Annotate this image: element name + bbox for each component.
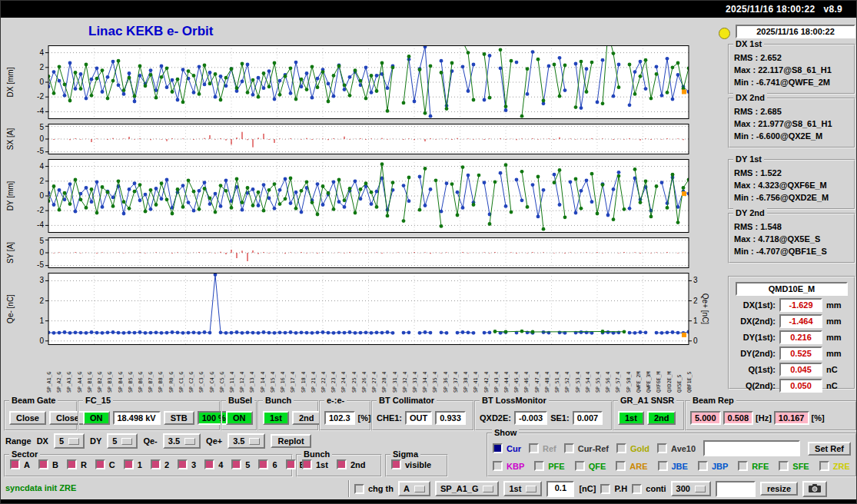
bt-lossmonitor-group: BT LossMonitor QXD2E: -0.003 SE1: 0.007 xyxy=(474,400,613,431)
range-dx-select[interactable]: 5 xyxy=(54,433,85,449)
range-qep-select[interactable]: 3.5 xyxy=(228,433,265,449)
svg-text:DX [mm]: DX [mm] xyxy=(6,67,15,97)
show-jbe-checkbox[interactable]: JBE xyxy=(658,461,688,471)
show-jbp-checkbox[interactable]: JBP xyxy=(698,461,728,471)
bpm-label: SP_44_4 xyxy=(503,372,510,393)
ph-checkbox[interactable]: P.H xyxy=(600,484,627,494)
sigma-visible-checkbox[interactable]: visible xyxy=(391,459,431,469)
bpm-select[interactable]: SP_A1_G xyxy=(435,481,500,496)
svg-text:5: 5 xyxy=(39,124,44,131)
screenshot-button[interactable] xyxy=(802,481,827,497)
beam-rep-hz-unit: [Hz] xyxy=(756,413,772,423)
range-qem-select[interactable]: 3.5 xyxy=(163,433,201,449)
interval-select-value: 300 xyxy=(676,484,690,493)
group-title: BT Collimator xyxy=(377,396,437,405)
toolbar-separator xyxy=(348,480,350,497)
sector-checkbox-6[interactable]: 6 xyxy=(258,459,277,469)
bpm-label: SP_26_4 xyxy=(361,372,367,393)
group-title: Sector xyxy=(9,449,40,459)
page-title: Linac KEKB e- Orbit xyxy=(88,24,213,39)
show-rfe-checkbox[interactable]: RFE xyxy=(738,461,769,471)
sector-checkbox-2[interactable]: 2 xyxy=(151,459,169,469)
show-pfe-checkbox[interactable]: PFE xyxy=(534,461,564,471)
dy-2nd-stats-group: DY 2nd RMS : 1.548 Max : 4.718@QX5E_S Mi… xyxy=(728,213,855,264)
sector-checkbox-1[interactable]: 1 xyxy=(124,459,142,469)
qmd-row: Q(2nd): 0.050 nC xyxy=(732,379,851,393)
group-title: Bunch xyxy=(301,449,332,459)
sector-checkbox-4[interactable]: 4 xyxy=(204,459,223,469)
sector-checkbox-5[interactable]: 5 xyxy=(231,459,250,469)
bunch-select[interactable]: 1st xyxy=(503,481,542,496)
checkbox-label: 2nd xyxy=(350,460,366,469)
beam-rep-value-2: 0.508 xyxy=(723,411,754,425)
show-ave10-checkbox[interactable]: Ave10 xyxy=(657,443,696,453)
dy1-min: Min : -6.756@QXD2E_M xyxy=(734,191,854,204)
sector-checkbox-c[interactable]: C xyxy=(95,459,115,469)
qmd-unit: mm xyxy=(826,333,842,342)
snsr-2nd-button[interactable]: 2nd xyxy=(647,411,676,425)
checkbox-label: PFE xyxy=(548,462,564,471)
bpm-label: SP_52_4 xyxy=(564,372,570,393)
sector-select-value: A xyxy=(404,484,410,493)
bpm-label: SP_28_4 xyxy=(381,372,387,393)
replot-button[interactable]: Replot xyxy=(271,434,311,448)
show-gold-checkbox[interactable]: Gold xyxy=(616,443,649,453)
set-ref-button[interactable]: Set Ref xyxy=(808,442,851,456)
show-kbp-checkbox[interactable]: KBP xyxy=(493,461,524,471)
fc15-on-button[interactable]: ON xyxy=(83,411,110,425)
bunch-2nd-button[interactable]: 2nd xyxy=(292,411,321,425)
group-title: DX 1st xyxy=(733,39,764,48)
sector-checkbox-a[interactable]: A xyxy=(10,459,30,469)
dy2-min: Min : -4.707@QBF1E_S xyxy=(734,245,854,257)
dx2-rms: RMS : 2.685 xyxy=(734,105,854,118)
svg-text:0: 0 xyxy=(693,337,698,345)
bpm-label: SP_24_4 xyxy=(340,372,347,393)
optionmenu-indicator-icon xyxy=(526,486,536,492)
show-cur-ref-checkbox[interactable]: Cur-Ref xyxy=(564,443,609,453)
show-zre-checkbox[interactable]: ZRE xyxy=(819,461,850,471)
interval-select[interactable]: 300 xyxy=(671,481,711,496)
qmd-label: DY(2nd): xyxy=(732,349,776,358)
optionmenu-indicator-icon xyxy=(414,486,425,492)
bunch-2nd-checkbox[interactable]: 2nd xyxy=(337,459,366,469)
checkbox-indicator xyxy=(616,461,626,471)
fc15-stb-button[interactable]: STB xyxy=(164,411,194,425)
svg-text:SY [A]: SY [A] xyxy=(6,242,15,264)
bunch-1st-button[interactable]: 1st xyxy=(263,411,289,425)
busel-on-button[interactable]: ON xyxy=(226,411,253,425)
show-sfe-checkbox[interactable]: SFE xyxy=(779,461,809,471)
resize-button[interactable]: resize xyxy=(760,482,798,496)
dx1-min: Min : -6.741@QWFE_2M xyxy=(734,76,854,88)
range-qem-label: Qe- xyxy=(143,436,157,446)
sector-checkbox-r[interactable]: R xyxy=(67,459,87,469)
show-are-checkbox[interactable]: ARE xyxy=(616,461,647,471)
bunch-1st-checkbox[interactable]: 1st xyxy=(302,459,328,469)
range-dx-value: 5 xyxy=(59,436,64,446)
snsr-1st-button[interactable]: 1st xyxy=(618,411,644,425)
range-qep-label: Qe+ xyxy=(206,436,222,446)
bpm-label: SP_A2_G xyxy=(56,372,62,393)
bpm-label: SP_B5_G xyxy=(128,372,134,393)
checkbox-indicator xyxy=(124,459,134,469)
titlebar-datetime: 2025/11/16 18:00:22 xyxy=(726,4,815,15)
count-input[interactable] xyxy=(716,481,756,497)
status-indicator-lamp xyxy=(719,28,730,39)
group-title: Beam Rep xyxy=(690,396,736,405)
bpm-label: SP_45_4 xyxy=(513,372,520,393)
chg-th-checkbox[interactable]: chg th xyxy=(354,484,394,494)
threshold-input[interactable]: 0.1 xyxy=(546,481,574,497)
checkbox-label: Ave10 xyxy=(671,444,696,453)
range-dy-select[interactable]: 5 xyxy=(107,433,138,449)
bpm-label: SP_35_4 xyxy=(432,372,438,393)
sector-select[interactable]: A xyxy=(398,481,430,496)
beam-gate-close-button-1[interactable]: Close xyxy=(9,411,46,425)
bpm-label: SP_43_4 xyxy=(493,372,500,393)
show-qfe-checkbox[interactable]: QFE xyxy=(575,461,606,471)
range-dx-label: DX xyxy=(37,436,48,446)
sector-checkbox-3[interactable]: 3 xyxy=(178,459,196,469)
show-cur-checkbox[interactable]: Cur xyxy=(493,443,521,453)
conti-checkbox[interactable]: conti xyxy=(632,484,666,494)
show-ref-checkbox[interactable]: Ref xyxy=(529,443,556,453)
sector-checkbox-b[interactable]: B xyxy=(38,459,58,469)
ref-name-input[interactable] xyxy=(703,440,800,456)
